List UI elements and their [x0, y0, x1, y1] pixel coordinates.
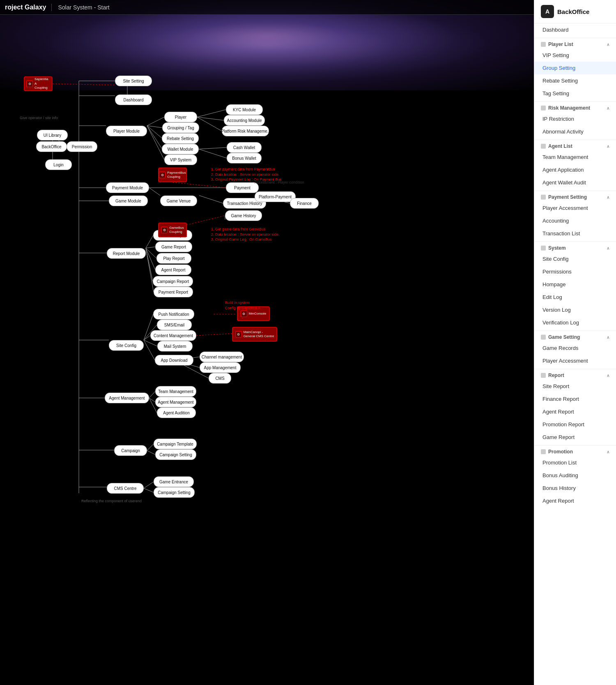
node-payment[interactable]: Payment: [226, 182, 259, 193]
sidebar-item-edit-log[interactable]: Edit Log: [534, 291, 616, 303]
logo-text: A: [545, 8, 549, 15]
node-platform-payment[interactable]: Platform-Payment: [255, 191, 296, 202]
node-login[interactable]: Login: [45, 159, 72, 170]
sidebar-section-risk-management[interactable]: Risk Management ∧: [534, 101, 616, 113]
node-payment-report[interactable]: Payment Report: [154, 287, 193, 297]
sidebar-item-abnormal-activity[interactable]: Abnormal Activity: [534, 125, 616, 138]
sidebar-item-transaction-list[interactable]: Transaction List: [534, 227, 616, 240]
node-cash-wallet[interactable]: Cash Wallet: [227, 142, 262, 153]
svg-line-21: [149, 188, 160, 195]
node-app-management[interactable]: App Management: [200, 362, 241, 373]
sidebar-item-agent-report2[interactable]: Agent Report: [534, 494, 616, 507]
note-give-operator: Give operator / site info: [20, 115, 58, 121]
sidebar-item-game-report[interactable]: Game Report: [534, 431, 616, 444]
node-agent-audition[interactable]: Agent Audition: [157, 407, 196, 418]
node-site-config[interactable]: Site Config: [109, 340, 144, 351]
node-game-history[interactable]: Game History: [225, 210, 262, 221]
sidebar-item-agent-wallet-audit[interactable]: Agent Wallet Audit: [534, 176, 616, 189]
sidebar-item-verification-log[interactable]: Verification Log: [534, 316, 616, 329]
sidebar-item-finance-report[interactable]: Finance Report: [534, 393, 616, 405]
node-backoffice[interactable]: BackOffice: [36, 141, 67, 152]
node-site-setting[interactable]: Site Setting: [115, 76, 152, 86]
sidebar-item-team-management[interactable]: Team Management: [534, 151, 616, 163]
sidebar-section-player-list[interactable]: Player List ∧: [534, 38, 616, 49]
sidebar-item-game-records[interactable]: Game Records: [534, 342, 616, 354]
sidebar-item-group-setting[interactable]: Group Setting: [534, 62, 616, 74]
sidebar-item-permissions[interactable]: Permissions: [534, 265, 616, 278]
sidebar-app-name: BackOffice: [557, 8, 589, 15]
node-game-report[interactable]: Game Report: [155, 241, 192, 252]
sidebar-item-agent-application[interactable]: Agent Application: [534, 163, 616, 176]
node-campaign-setting2[interactable]: Campaign Setting: [154, 487, 195, 498]
node-campaign-template[interactable]: Campaign Template: [154, 439, 197, 449]
sidebar-item-tag-setting[interactable]: Tag Setting: [534, 87, 616, 100]
sidebar-section-game-setting[interactable]: Game Setting ∧: [534, 331, 616, 342]
node-team-management[interactable]: Team Management: [155, 386, 196, 397]
sidebar-item-agent-report[interactable]: Agent Report: [534, 405, 616, 418]
node-content-management[interactable]: Content Management: [150, 330, 196, 341]
node-finance[interactable]: Finance: [290, 198, 319, 209]
node-agent-management[interactable]: Agent Management: [155, 397, 196, 407]
node-permission[interactable]: Permission: [67, 141, 97, 152]
node-game-entrance[interactable]: Game Entrance: [154, 476, 194, 487]
sidebar-section-payment-setting[interactable]: Payment Setting ∧: [534, 191, 616, 202]
node-app-download[interactable]: App Download: [155, 355, 193, 365]
sidebar-item-site-config[interactable]: Site Config: [534, 253, 616, 265]
sidebar-section-promotion[interactable]: Promotion ∧: [534, 445, 616, 456]
node-rebate-setting[interactable]: Rebate Setting: [162, 133, 199, 144]
node-campaign-report[interactable]: Campaign Report: [153, 276, 193, 287]
node-sms-email[interactable]: SMS/Email: [157, 320, 192, 330]
node-accounting-module[interactable]: Accounting Module: [224, 115, 265, 126]
node-bonus-wallet[interactable]: Bonus Wallet: [227, 153, 262, 163]
sidebar-item-accounting[interactable]: Accounting: [534, 214, 616, 227]
node-game-venue[interactable]: Game Venue: [160, 195, 197, 206]
node-player[interactable]: Player: [164, 112, 197, 122]
node-cms-centre[interactable]: CMS Centre: [107, 483, 144, 494]
sidebar-item-bonus-history[interactable]: Bonus History: [534, 482, 616, 494]
sidebar-item-rebate-setting[interactable]: Rebate Setting: [534, 74, 616, 87]
node-payment-module[interactable]: Payment Module: [106, 182, 149, 193]
sidebar-item-version-log[interactable]: Version Log: [534, 303, 616, 316]
sidebar-section-agent-list[interactable]: Agent List ∧: [534, 140, 616, 151]
note-gamebus-note: 1. Get game data from GameBus 2. Data lo…: [211, 227, 280, 242]
node-campaign-setting[interactable]: Campaign Setting: [155, 449, 196, 460]
node-vip-system[interactable]: VIP System: [164, 154, 197, 165]
sidebar-item-player-accessment[interactable]: Player Accessment: [534, 202, 616, 214]
node-play-report[interactable]: Play Report: [156, 253, 191, 264]
node-agent-management-main[interactable]: Agent Management: [105, 393, 149, 403]
sidebar-item-player-accessment2[interactable]: Player Accessment: [534, 354, 616, 367]
sidebar-item-vip-setting[interactable]: VIP Setting: [534, 49, 616, 62]
sidebar-item-ip-restriction[interactable]: IP Restriction: [534, 113, 616, 125]
sidebar-section-system[interactable]: System ∧: [534, 241, 616, 253]
svg-line-28: [146, 248, 156, 258]
node-cms[interactable]: CMS: [209, 373, 231, 384]
svg-line-36: [144, 340, 155, 360]
node-push-notification[interactable]: Push Notification: [153, 309, 194, 320]
sidebar-section-report[interactable]: Report ∧: [534, 369, 616, 380]
node-grouping-tag[interactable]: Grouping / Tag: [162, 122, 199, 133]
node-report-module[interactable]: Report Module: [107, 248, 146, 259]
node-wallet-module[interactable]: Wallet Module: [162, 144, 199, 154]
sidebar-item-bonus-auditing[interactable]: Bonus Auditing: [534, 469, 616, 482]
sidebar-item-promotion-report[interactable]: Promotion Report: [534, 418, 616, 431]
node-campaign-main[interactable]: Campaign: [114, 445, 147, 456]
node-agent-report[interactable]: Agent Report: [155, 264, 191, 275]
node-kyc-module[interactable]: KYC Module: [226, 104, 263, 115]
node-ui-library[interactable]: UI Library: [37, 130, 68, 140]
node-player-module[interactable]: Player Module: [106, 126, 147, 136]
node-mail-system[interactable]: Mail System: [157, 341, 193, 352]
red-node-sapientia-a-coupling: ⚙Sapientia A Coupling: [24, 76, 53, 91]
svg-line-40: [149, 391, 155, 398]
sidebar-item-dashboard[interactable]: Dashboard: [534, 23, 616, 36]
sidebar-item-promotion-list[interactable]: Promotion List: [534, 456, 616, 469]
sidebar-item-site-report[interactable]: Site Report: [534, 380, 616, 393]
svg-line-46: [144, 488, 154, 492]
node-game-module[interactable]: Game Module: [109, 195, 148, 206]
node-dashboard[interactable]: Dashboard: [115, 94, 152, 105]
sidebar-item-hompage[interactable]: Hompage: [534, 278, 616, 291]
svg-line-47: [53, 84, 115, 85]
node-channel-management[interactable]: Channel management: [200, 352, 244, 362]
note-assesment-label: Accessment : Player condition: [255, 180, 304, 185]
node-platform-risk[interactable]: Platform Risk Manageme..: [222, 126, 269, 136]
tab-title: Solar System - Start: [52, 4, 116, 11]
